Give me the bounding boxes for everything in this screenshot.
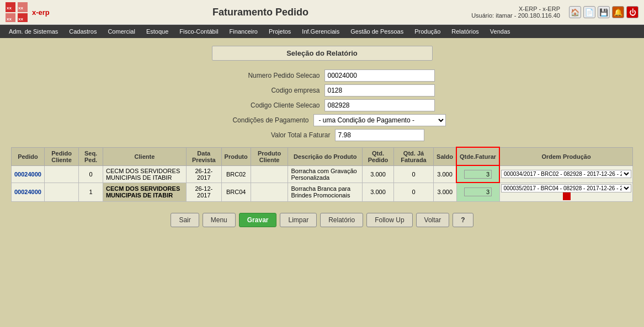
nav-fisco[interactable]: Fisco-Contábil (174, 25, 223, 38)
nav-financeiro[interactable]: Financeiro (224, 25, 263, 38)
row1-produto-cliente (251, 165, 288, 183)
relatorio-button[interactable]: Relatório (320, 213, 363, 227)
follow-up-button[interactable]: Follow Up (366, 213, 412, 227)
row2-ordem-producao[interactable]: 000035/2017 - BRC04 - 082928 - 2017-12-2… (499, 183, 632, 201)
nav-estoque[interactable]: Estoque (141, 25, 174, 38)
row2-qtde-input[interactable] (464, 187, 492, 196)
user-info: X-ERP - x-ERP Usuário: itamar - 200.180.… (471, 6, 560, 19)
logo-text: x-erp (32, 8, 50, 17)
voltar-button[interactable]: Voltar (416, 213, 450, 227)
nav-gestao-pessoas[interactable]: Gestão de Pessoas (345, 25, 409, 38)
col-pedido: Pedido (12, 147, 45, 165)
navbar: Adm. de Sistemas Cadastros Comercial Est… (0, 25, 644, 38)
row1-descricao: Borracha com Gravação Personalizada (288, 165, 363, 183)
row2-saldo: 3.000 (434, 183, 456, 201)
sair-button[interactable]: Sair (171, 213, 199, 227)
codigo-empresa-label: Codigo empresa (210, 87, 320, 94)
col-seq-ped: Seq. Ped. (79, 147, 103, 165)
valor-total-row: Valor Total a Faturar (11, 129, 633, 141)
nav-relatorios[interactable]: Relatórios (446, 25, 485, 38)
user-detail: Usuário: itamar - 200.180.116.40 (471, 12, 560, 19)
row2-seq-ped: 1 (79, 183, 103, 201)
condicoes-select[interactable]: - uma Condição de Pagamento - (313, 114, 446, 126)
row1-ordem-select[interactable]: 000034/2017 - BRC02 - 082928 - 2017-12-2… (501, 170, 631, 178)
codigo-empresa-input[interactable] (324, 84, 435, 97)
bell-icon-btn[interactable]: 🔔 (612, 6, 624, 18)
numero-pedido-row: Numero Pedido Selecao (11, 69, 633, 82)
red-indicator (563, 192, 571, 200)
codigo-cliente-input[interactable] (324, 99, 435, 111)
top-header: xx xx xx xx x-erp Faturamento Pedido X-E… (0, 0, 644, 25)
row1-produto: BRC02 (221, 165, 251, 183)
row1-pedido: 00024000 (12, 165, 45, 183)
nav-adm-sistemas[interactable]: Adm. de Sistemas (3, 25, 63, 38)
col-saldo: Saldo (434, 147, 456, 165)
valor-total-label: Valor Total a Faturar (220, 131, 331, 139)
valor-total-input[interactable] (335, 129, 424, 141)
svg-text:xx: xx (7, 17, 12, 22)
panel-title: Seleção do Relatório (212, 46, 433, 61)
row1-cliente: CECM DOS SERVIDORES MUNICIPAIS DE ITABIR (103, 165, 186, 183)
nav-producao[interactable]: Produção (409, 25, 446, 38)
codigo-empresa-row: Codigo empresa (11, 84, 633, 97)
row1-pedido-cliente (44, 165, 78, 183)
row1-qtd-faturada: 0 (393, 165, 433, 183)
codigo-cliente-label: Codigo Cliente Selecao (210, 101, 320, 109)
save-icon-btn[interactable]: 💾 (598, 6, 610, 18)
question-button[interactable]: ? (453, 213, 473, 227)
row2-produto: BRC04 (221, 183, 251, 201)
svg-text:xx: xx (18, 17, 23, 22)
col-data-prevista: Data Prevista (186, 147, 221, 165)
row2-data-prevista: 26-12-2017 (186, 183, 221, 201)
col-cliente: Cliente (103, 147, 186, 165)
row2-cliente: CECM DOS SERVIDORES MUNICIPAIS DE ITABIR (103, 183, 186, 201)
row2-ordem-select[interactable]: 000035/2017 - BRC04 - 082928 - 2017-12-2… (501, 184, 631, 192)
svg-text:xx: xx (7, 6, 12, 10)
col-qtd-pedido: Qtd. Pedido (363, 147, 394, 165)
nav-projetos[interactable]: Projetos (263, 25, 296, 38)
svg-text:xx: xx (18, 6, 23, 10)
col-qtde-faturar: Qtde.Faturar (456, 147, 499, 165)
condicoes-label: Condições de Pagamento (199, 116, 309, 124)
condicoes-row: Condições de Pagamento - uma Condição de… (11, 114, 633, 126)
row2-qtde-faturar[interactable] (456, 183, 499, 201)
header-icons: 🏠 📄 💾 🔔 ⏻ (569, 6, 638, 18)
row2-pedido-cliente (44, 183, 78, 201)
numero-pedido-label: Numero Pedido Selecao (210, 72, 320, 79)
row2-qtd-pedido: 3.000 (363, 183, 394, 201)
home-icon-btn[interactable]: 🏠 (569, 6, 581, 18)
logo-area: xx xx xx xx x-erp (6, 2, 50, 22)
nav-cadastros[interactable]: Cadastros (63, 25, 102, 38)
row2-qtd-faturada: 0 (393, 183, 433, 201)
col-produto: Produto (221, 147, 251, 165)
row1-qtd-pedido: 3.000 (363, 165, 394, 183)
row2-produto-cliente (251, 183, 288, 201)
row1-qtde-input[interactable] (464, 170, 492, 179)
col-ordem-producao: Ordem Produção (499, 147, 632, 165)
app-title: Faturamento Pedido (50, 7, 471, 18)
nav-inf-gerenciais[interactable]: Inf.Gerenciais (296, 25, 345, 38)
col-descricao: Descrição do Produto (288, 147, 363, 165)
col-produto-cliente: Produto Cliente (251, 147, 288, 165)
menu-button[interactable]: Menu (203, 213, 236, 227)
numero-pedido-input[interactable] (324, 69, 435, 82)
data-table: Pedido Pedido Cliente Seq. Ped. Cliente … (11, 147, 633, 202)
nav-comercial[interactable]: Comercial (102, 25, 141, 38)
data-table-wrapper: Pedido Pedido Cliente Seq. Ped. Cliente … (11, 147, 633, 202)
col-qtd-faturada: Qtd. Já Faturada (393, 147, 433, 165)
main-content: Seleção do Relatório Numero Pedido Selec… (0, 38, 644, 240)
doc-icon-btn[interactable]: 📄 (583, 6, 595, 18)
gravar-button[interactable]: Gravar (239, 213, 277, 227)
row1-ordem-producao[interactable]: 000034/2017 - BRC02 - 082928 - 2017-12-2… (499, 165, 632, 183)
limpar-button[interactable]: Limpar (280, 213, 317, 227)
form-panel: Numero Pedido Selecao Codigo empresa Cod… (11, 69, 633, 141)
row2-pedido: 00024000 (12, 183, 45, 201)
power-icon-btn[interactable]: ⏻ (626, 6, 638, 18)
footer-buttons: Sair Menu Gravar Limpar Relatório Follow… (11, 213, 633, 233)
row2-descricao: Borracha Branca para Brindes Promocionai… (288, 183, 363, 201)
row1-data-prevista: 26-12-2017 (186, 165, 221, 183)
row1-qtde-faturar[interactable] (456, 165, 499, 183)
row1-saldo: 3.000 (434, 165, 456, 183)
nav-vendas[interactable]: Vendas (485, 25, 516, 38)
row1-seq-ped: 0 (79, 165, 103, 183)
